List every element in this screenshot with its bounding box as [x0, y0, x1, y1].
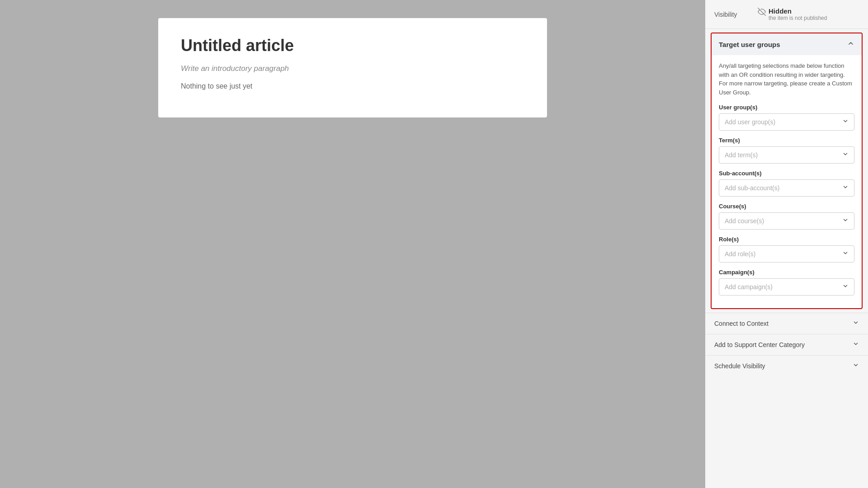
hidden-status-subtitle: the item is not published — [769, 15, 827, 21]
hidden-status-title: Hidden — [769, 7, 827, 15]
support-center-category-section[interactable]: Add to Support Center Category — [705, 334, 868, 355]
campaigns-placeholder: Add campaign(s) — [725, 283, 773, 291]
visibility-label: Visibility — [714, 11, 750, 18]
terms-label: Term(s) — [719, 137, 854, 144]
terms-field: Term(s) Add term(s) — [719, 137, 854, 164]
connect-to-context-label: Connect to Context — [714, 320, 769, 327]
sub-accounts-placeholder: Add sub-account(s) — [725, 184, 779, 192]
schedule-visibility-chevron-icon — [853, 362, 859, 370]
article-intro: Write an introductory paragraph — [181, 64, 524, 73]
courses-label: Course(s) — [719, 203, 854, 210]
terms-dropdown[interactable]: Add term(s) — [719, 146, 854, 164]
support-center-chevron-icon — [853, 341, 859, 349]
sub-accounts-field: Sub-account(s) Add sub-account(s) — [719, 170, 854, 197]
chevron-up-icon — [847, 40, 854, 49]
right-sidebar: Visibility Hidden the item is not publis… — [705, 0, 868, 488]
roles-field: Role(s) Add role(s) — [719, 236, 854, 263]
schedule-visibility-label: Schedule Visibility — [714, 362, 765, 370]
user-groups-dropdown[interactable]: Add user group(s) — [719, 113, 854, 131]
hidden-text-block: Hidden the item is not published — [769, 7, 827, 21]
article-empty-state: Nothing to see just yet — [181, 82, 524, 90]
target-panel-body: Any/all targeting selections made below … — [712, 55, 862, 308]
user-groups-field: User group(s) Add user group(s) — [719, 104, 854, 131]
target-panel-description: Any/all targeting selections made below … — [719, 61, 854, 97]
roles-chevron-icon — [842, 250, 849, 258]
campaigns-chevron-icon — [842, 283, 849, 291]
sub-accounts-label: Sub-account(s) — [719, 170, 854, 177]
visibility-status: Hidden the item is not published — [758, 7, 827, 21]
target-user-groups-panel: Target user groups Any/all targeting sel… — [711, 33, 863, 309]
connect-context-chevron-icon — [853, 319, 859, 328]
roles-label: Role(s) — [719, 236, 854, 243]
sub-accounts-dropdown[interactable]: Add sub-account(s) — [719, 179, 854, 197]
visibility-row: Visibility Hidden the item is not publis… — [705, 0, 868, 29]
support-center-label: Add to Support Center Category — [714, 341, 805, 348]
courses-placeholder: Add course(s) — [725, 217, 764, 225]
user-groups-chevron-icon — [842, 118, 849, 126]
campaigns-dropdown[interactable]: Add campaign(s) — [719, 278, 854, 296]
terms-chevron-icon — [842, 151, 849, 159]
campaigns-field: Campaign(s) Add campaign(s) — [719, 269, 854, 296]
roles-placeholder: Add role(s) — [725, 250, 755, 258]
target-panel-header[interactable]: Target user groups — [712, 33, 862, 55]
terms-placeholder: Add term(s) — [725, 151, 758, 159]
main-content-area: Untitled article Write an introductory p… — [0, 0, 705, 488]
user-groups-placeholder: Add user group(s) — [725, 118, 775, 126]
courses-field: Course(s) Add course(s) — [719, 203, 854, 230]
article-card: Untitled article Write an introductory p… — [158, 18, 547, 117]
roles-dropdown[interactable]: Add role(s) — [719, 245, 854, 263]
sub-accounts-chevron-icon — [842, 184, 849, 192]
hidden-eye-icon — [758, 8, 766, 18]
connect-to-context-section[interactable]: Connect to Context — [705, 313, 868, 334]
courses-chevron-icon — [842, 217, 849, 225]
article-title: Untitled article — [181, 36, 524, 55]
courses-dropdown[interactable]: Add course(s) — [719, 212, 854, 230]
user-groups-label: User group(s) — [719, 104, 854, 111]
schedule-visibility-section[interactable]: Schedule Visibility — [705, 355, 868, 376]
campaigns-label: Campaign(s) — [719, 269, 854, 276]
target-panel-title: Target user groups — [719, 41, 780, 48]
